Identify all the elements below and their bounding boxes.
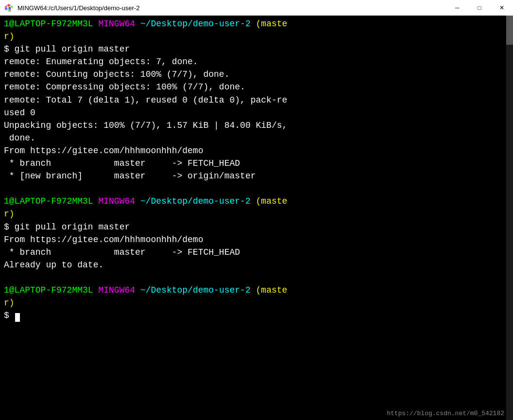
scrollbar[interactable] <box>506 16 513 420</box>
terminal-line-21: 1@LAPTOP-F972MM3L MINGW64 ~/Desktop/demo… <box>4 284 509 297</box>
terminal-line-5: remote: Counting objects: 100% (7/7), do… <box>4 68 509 81</box>
terminal-line-22: r) <box>4 297 509 309</box>
close-button[interactable]: ✕ <box>491 0 513 16</box>
terminal-line-15: r) <box>4 208 509 220</box>
terminal-line-23: $ <box>4 309 509 322</box>
terminal-line-8: used 0 <box>4 106 509 119</box>
terminal-line-blank2 <box>4 271 509 284</box>
terminal-line-newbranch: * [new branch] master -> origin/master <box>4 170 509 182</box>
terminal-line-branch2: * branch master -> FETCH_HEAD <box>4 246 509 259</box>
window-title: MINGW64:/c/Users/1/Desktop/demo-user-2 <box>17 4 509 12</box>
terminal-line-blank1 <box>4 182 509 195</box>
title-bar: MINGW64:/c/Users/1/Desktop/demo-user-2 ─… <box>0 0 513 16</box>
terminal-line-16: $ git pull origin master <box>4 221 509 233</box>
terminal-line-19: Already up to date. <box>4 259 509 271</box>
minimize-button[interactable]: ─ <box>446 0 468 16</box>
watermark: https://blog.csdn.net/m0_542182 <box>387 410 504 417</box>
terminal-body[interactable]: 1@LAPTOP-F972MM3L MINGW64 ~/Desktop/demo… <box>0 16 513 420</box>
terminal-line-7: remote: Total 7 (delta 1), reused 0 (del… <box>4 94 509 106</box>
terminal-line-3: $ git pull origin master <box>4 43 509 55</box>
terminal-line-4: remote: Enumerating objects: 7, done. <box>4 55 509 68</box>
terminal-line-branch1: * branch master -> FETCH_HEAD <box>4 157 509 170</box>
terminal-line-9: Unpacking objects: 100% (7/7), 1.57 KiB … <box>4 119 509 132</box>
maximize-button[interactable]: □ <box>468 0 491 16</box>
terminal-line-6: remote: Compressing objects: 100% (7/7),… <box>4 81 509 93</box>
terminal-line-17: From https://gitee.com/hhhmoonhhh/demo <box>4 233 509 246</box>
terminal-line-14: 1@LAPTOP-F972MM3L MINGW64 ~/Desktop/demo… <box>4 195 509 208</box>
terminal-line-11: From https://gitee.com/hhhmoonhhh/demo <box>4 144 509 157</box>
terminal-line-10: done. <box>4 132 509 144</box>
window-controls: ─ □ ✕ <box>446 0 513 16</box>
scrollbar-thumb[interactable] <box>506 16 513 45</box>
terminal-line-1: 1@LAPTOP-F972MM3L MINGW64 ~/Desktop/demo… <box>4 18 509 30</box>
cursor <box>15 313 20 322</box>
terminal-window: MINGW64:/c/Users/1/Desktop/demo-user-2 ─… <box>0 0 513 420</box>
terminal-line-2: r) <box>4 30 509 43</box>
app-icon <box>4 3 14 13</box>
